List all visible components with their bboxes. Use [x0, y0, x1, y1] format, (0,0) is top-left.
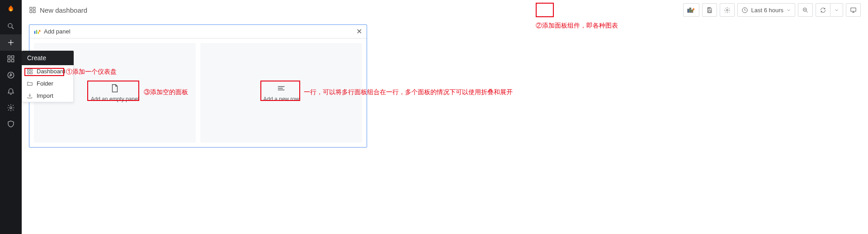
create-folder-item[interactable]: Folder: [22, 77, 73, 90]
time-picker[interactable]: Last 6 hours: [737, 3, 795, 17]
nav-explore[interactable]: [0, 67, 22, 83]
nav-admin[interactable]: [0, 116, 22, 132]
svg-line-29: [806, 11, 807, 12]
svg-rect-15: [30, 7, 32, 10]
folder-icon: [27, 81, 33, 87]
create-item-label: Dashboard: [37, 68, 66, 75]
create-flyout: Create Dashboard Folder Import: [22, 51, 74, 102]
nav-alerting[interactable]: [0, 83, 22, 100]
nav-search[interactable]: [0, 18, 22, 34]
svg-rect-5: [12, 56, 14, 58]
svg-rect-17: [30, 10, 32, 13]
add-panel-title: Add panel: [44, 28, 71, 35]
bars-plus-icon: [34, 29, 41, 35]
svg-rect-7: [12, 60, 14, 62]
row-icon: [276, 83, 286, 93]
svg-rect-21: [692, 10, 693, 12]
svg-rect-13: [28, 72, 29, 74]
svg-line-1: [12, 27, 14, 29]
add-new-row-tile[interactable]: Add a new row: [200, 43, 362, 143]
svg-rect-18: [33, 10, 35, 13]
save-icon: [706, 7, 713, 14]
svg-rect-20: [690, 8, 691, 13]
refresh-icon: [820, 7, 826, 14]
create-item-label: Folder: [37, 80, 53, 87]
gear-icon: [724, 7, 731, 14]
add-panel-button[interactable]: [683, 3, 699, 17]
svg-rect-19: [688, 9, 689, 12]
grafana-logo[interactable]: [0, 2, 22, 18]
svg-rect-4: [8, 56, 10, 58]
create-flyout-header: Create: [22, 51, 74, 65]
page-title: New dashboard: [40, 6, 87, 14]
create-item-label: Import: [37, 92, 53, 99]
refresh-interval-button[interactable]: [830, 3, 843, 17]
chevron-down-icon: [786, 8, 791, 13]
svg-point-26: [726, 9, 728, 11]
svg-rect-14: [30, 72, 32, 74]
cycle-view-button[interactable]: [846, 3, 861, 17]
left-nav: [0, 0, 22, 234]
create-import-item[interactable]: Import: [22, 90, 73, 102]
page: New dashboard Last 6 hours: [22, 0, 868, 234]
import-icon: [27, 93, 33, 99]
svg-rect-34: [34, 31, 35, 33]
zoom-out-button[interactable]: [798, 3, 813, 17]
svg-point-10: [10, 107, 12, 109]
svg-rect-24: [708, 7, 710, 9]
svg-rect-11: [28, 69, 29, 71]
add-panel-header: Add panel ✕: [29, 25, 367, 38]
nav-configuration[interactable]: [0, 100, 22, 116]
clock-icon: [741, 7, 748, 14]
tile-label: Add an empty panel: [91, 96, 139, 102]
nav-create[interactable]: [0, 34, 22, 51]
nav-dashboards[interactable]: [0, 51, 22, 67]
zoom-out-icon: [802, 7, 809, 14]
svg-rect-25: [708, 10, 711, 12]
add-panel-card: Add panel ✕ Add an empty panel Add a new…: [29, 24, 367, 148]
bars-plus-icon: [687, 7, 695, 13]
breadcrumb[interactable]: New dashboard: [29, 6, 87, 14]
svg-rect-16: [33, 7, 35, 10]
svg-rect-31: [851, 8, 856, 11]
header: New dashboard Last 6 hours: [22, 0, 868, 20]
tile-label: Add a new row: [263, 96, 299, 102]
save-button[interactable]: [702, 3, 717, 17]
chevron-down-icon: [834, 8, 839, 13]
create-dashboard-item[interactable]: Dashboard: [22, 65, 73, 77]
svg-rect-6: [8, 60, 10, 62]
file-icon: [110, 83, 120, 93]
dashboard-icon: [27, 68, 33, 75]
svg-rect-12: [30, 69, 32, 71]
svg-point-0: [8, 24, 12, 28]
monitor-icon: [850, 7, 857, 14]
settings-button[interactable]: [720, 3, 735, 17]
svg-rect-36: [38, 32, 39, 34]
refresh-button[interactable]: [816, 3, 830, 17]
dashboard-icon: [29, 6, 36, 14]
time-label: Last 6 hours: [751, 7, 783, 14]
svg-rect-35: [36, 30, 37, 34]
svg-marker-9: [10, 73, 12, 76]
close-icon[interactable]: ✕: [356, 27, 362, 36]
